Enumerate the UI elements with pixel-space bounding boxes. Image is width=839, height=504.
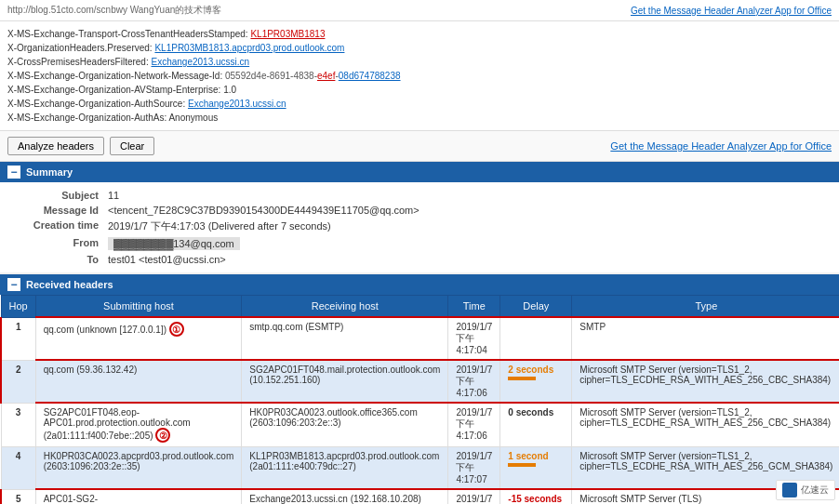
toolbar: Analyze headers Clear Get the Message He… [0,131,839,162]
hop-cell: 1 [1,317,35,360]
org-headers-link[interactable]: KL1PR03MB1813.apcprd03.prod.outlook.com [154,43,344,53]
delay-cell: 1 second [500,447,572,490]
time-cell: 2019/1/7 下午4:17:06 [448,360,500,403]
time-cell: 2019/1/7 下午4:17:07 [448,447,500,490]
summary-collapse-button[interactable]: − [7,166,20,179]
url-display: http://blog.51cto.com/scnbwy WangYuan的技术… [7,4,221,17]
received-collapse-button[interactable]: − [7,278,20,291]
submitting-cell: qq.com (unknown [127.0.0.1]) ① [35,317,242,360]
analyze-headers-button[interactable]: Analyze headers [7,137,104,155]
summary-row-to: To test01 <test01@ucssi.cn> [15,252,824,267]
cross-premises-link[interactable]: Exchange2013.ucssi.cn [152,57,250,67]
top-right-link[interactable]: Get the Message Header Analyzer App for … [631,6,832,16]
summary-title: Summary [26,166,73,178]
delay-cell: 2 seconds [500,360,572,403]
clear-button[interactable]: Clear [110,137,154,155]
table-row: 2qq.com (59.36.132.42)SG2APC01FT048.mail… [1,360,839,403]
col-hop: Hop [1,296,35,318]
time-cell: 2019/1/7 下午4:16:52 [448,489,500,504]
summary-header: − Summary [0,162,839,182]
table-row: 4HK0PR03CA0023.apcprd03.prod.outlook.com… [1,447,839,490]
summary-table: Subject 11 Message Id <tencent_7E28C9C37… [0,182,839,272]
delay-cell: -15 seconds [500,489,572,504]
type-cell: Microsoft SMTP Server (version=TLS1_2,ci… [572,403,839,447]
type-cell: SMTP [572,317,839,360]
watermark-icon [782,483,797,497]
col-receiving: Receiving host [242,296,448,318]
receiving-cell: HK0PR03CA0023.outlook.office365.com(2603… [242,403,448,447]
summary-section: − Summary Subject 11 Message Id <tencent… [0,162,839,272]
hop-cell: 3 [1,403,35,447]
submitting-cell: APC01-SG2-obe.outbound.protection.outloo… [35,489,242,504]
auth-source-link[interactable]: Exchange2013.ucssi.cn [188,99,286,109]
submitting-cell: SG2APC01FT048.eop-APC01.prod.protection.… [35,403,242,447]
col-time: Time [448,296,500,318]
top-url-bar: http://blog.51cto.com/scnbwy WangYuan的技术… [0,0,839,21]
delay-cell [500,317,572,360]
type-cell: Microsoft SMTP Server (version=TLS1_2,ci… [572,360,839,403]
col-submitting: Submitting host [35,296,242,318]
watermark-text: 亿速云 [801,484,829,497]
time-cell: 2019/1/7 下午4:17:04 [448,317,500,360]
get-app-link[interactable]: Get the Message Header Analyzer App for … [610,140,832,152]
table-row: 3SG2APC01FT048.eop-APC01.prod.protection… [1,403,839,447]
table-row: 5APC01-SG2-obe.outbound.protection.outlo… [1,489,839,504]
watermark: 亿速云 [776,480,835,500]
receiving-cell: KL1PR03MB1813.apcprd03.prod.outlook.com(… [242,447,448,490]
table-row: 1qq.com (unknown [127.0.0.1]) ①smtp.qq.c… [1,317,839,360]
col-delay: Delay [500,296,572,318]
hop-cell: 4 [1,447,35,490]
receiving-cell: SG2APC01FT048.mail.protection.outlook.co… [242,360,448,403]
summary-row-messageid: Message Id <tencent_7E28C9C37BD939015430… [15,203,824,218]
delay-cell: 0 seconds [500,403,572,447]
received-table: Hop Submitting host Receiving host Time … [0,295,839,504]
hop-cell: 5 [1,489,35,504]
time-cell: 2019/1/7 下午4:17:06 [448,403,500,447]
col-type: Type [572,296,839,318]
receiving-cell: smtp.qq.com (ESMTP) [242,317,448,360]
received-headers-section: − Received headers Hop Submitting host R… [0,274,839,504]
summary-row-subject: Subject 11 [15,188,824,203]
received-headers-title: Received headers [26,279,113,290]
summary-row-creation: Creation time 2019/1/7 下午4:17:03 (Delive… [15,218,824,235]
submitting-cell: HK0PR03CA0023.apcprd03.prod.outlook.com(… [35,447,242,490]
submitting-cell: qq.com (59.36.132.42) [35,360,242,403]
receiving-cell: Exchange2013.ucssi.cn (192.168.10.208) [242,489,448,504]
hop-cell: 2 [1,360,35,403]
header-text-area: X-MS-Exchange-Transport-CrossTenantHeade… [0,21,839,131]
summary-row-from: From ▓▓▓▓▓▓▓▓134@qq.com [15,235,824,252]
received-headers-header: − Received headers [0,274,839,295]
